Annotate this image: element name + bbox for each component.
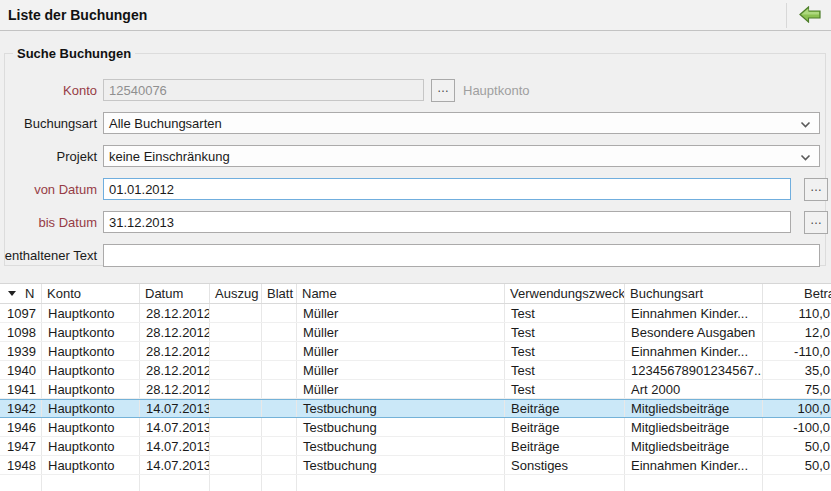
cell-verwendungszweck: Test — [505, 380, 625, 398]
cell-konto: Hauptkonto — [42, 456, 140, 474]
cell-nr: 1946 — [0, 418, 42, 436]
cell-auszug — [210, 323, 262, 341]
bis-datum-browse-button[interactable]: … — [804, 211, 828, 234]
cell-konto: Hauptkonto — [42, 380, 140, 398]
cell-datum: 14.07.2013 — [140, 437, 210, 455]
cell-betrag: 35,0 — [763, 361, 831, 379]
cell-blatt — [262, 342, 297, 360]
cell-betrag: 100,0 — [763, 400, 831, 417]
table-body: 1097Hauptkonto28.12.2012MüllerTestEinnah… — [0, 304, 831, 491]
buchungsart-selected-value: Alle Buchungsarten — [109, 116, 222, 131]
cell-nr: 1941 — [0, 380, 42, 398]
cell-name: Testbuchung — [297, 456, 505, 474]
table-row[interactable]: 1948Hauptkonto14.07.2013TestbuchungSonst… — [0, 456, 831, 475]
bookings-window: Liste der Buchungen Suche Buchungen Kont… — [0, 0, 831, 491]
cell-verwendungszweck: Test — [505, 304, 625, 322]
column-header-label: Name — [302, 286, 337, 301]
enthaltener-text-input[interactable] — [103, 244, 820, 267]
table-row[interactable]: 1939Hauptkonto28.12.2012MüllerTestEinnah… — [0, 342, 831, 361]
cell-blatt — [262, 418, 297, 436]
cell-konto: Hauptkonto — [42, 437, 140, 455]
empty-cell — [625, 475, 763, 491]
cell-buchungsart: Mitgliedsbeiträge — [625, 400, 763, 417]
cell-verwendungszweck: Test — [505, 323, 625, 341]
column-header-buchungsart[interactable]: Buchungsart — [625, 284, 763, 303]
cell-verwendungszweck: Beiträge — [505, 400, 625, 417]
cell-nr: 1098 — [0, 323, 42, 341]
cell-datum: 28.12.2012 — [140, 361, 210, 379]
cell-betrag: 12,0 — [763, 323, 831, 341]
cell-konto: Hauptkonto — [42, 400, 140, 417]
von-datum-label: von Datum — [0, 182, 97, 197]
empty-cell — [140, 475, 210, 491]
projekt-label: Projekt — [0, 149, 97, 164]
empty-cell — [505, 475, 625, 491]
back-button[interactable] — [795, 4, 825, 27]
column-header-auszug[interactable]: Auszug — [210, 284, 262, 303]
empty-cell — [763, 475, 831, 491]
cell-datum: 28.12.2012 — [140, 304, 210, 322]
empty-cell — [262, 475, 297, 491]
column-header-datum[interactable]: Datum — [140, 284, 210, 303]
cell-datum: 28.12.2012 — [140, 342, 210, 360]
column-header-label: N — [25, 286, 34, 301]
table-row[interactable]: 1940Hauptkonto28.12.2012MüllerTest123456… — [0, 361, 831, 380]
von-datum-input[interactable] — [103, 178, 791, 200]
konto-input[interactable] — [103, 79, 424, 101]
cell-name: Testbuchung — [297, 437, 505, 455]
table-row[interactable]: 1942Hauptkonto14.07.2013TestbuchungBeitr… — [0, 399, 831, 418]
bis-datum-label: bis Datum — [0, 215, 97, 230]
cell-name: Müller — [297, 380, 505, 398]
cell-konto: Hauptkonto — [42, 342, 140, 360]
column-header-name[interactable]: Name — [297, 284, 505, 303]
cell-name: Müller — [297, 323, 505, 341]
cell-datum: 28.12.2012 — [140, 380, 210, 398]
cell-auszug — [210, 304, 262, 322]
cell-betrag: 75,0 — [763, 380, 831, 398]
cell-buchungsart: Einnahmen Kinder... — [625, 304, 763, 322]
cell-verwendungszweck: Sonstiges — [505, 456, 625, 474]
konto-suffix-label: Hauptkonto — [463, 83, 530, 98]
cell-nr: 1940 — [0, 361, 42, 379]
column-header-label: Datum — [145, 286, 183, 301]
chevron-down-icon — [800, 116, 811, 131]
cell-betrag: 110,0 — [763, 304, 831, 322]
cell-verwendungszweck: Beiträge — [505, 437, 625, 455]
buchungsart-label: Buchungsart — [0, 116, 97, 131]
projekt-selected-value: keine Einschränkung — [109, 149, 230, 164]
cell-blatt — [262, 456, 297, 474]
bis-datum-input[interactable] — [103, 211, 791, 233]
table-row[interactable]: 1098Hauptkonto28.12.2012MüllerTestBesond… — [0, 323, 831, 342]
von-datum-browse-button[interactable]: … — [804, 178, 828, 201]
cell-name: Müller — [297, 361, 505, 379]
cell-name: Testbuchung — [297, 418, 505, 436]
column-header-verwendungszweck[interactable]: Verwendungszweck — [505, 284, 625, 303]
cell-auszug — [210, 456, 262, 474]
buchungsart-select[interactable]: Alle Buchungsarten — [103, 112, 820, 134]
column-header-nr[interactable]: N — [0, 284, 42, 303]
cell-blatt — [262, 361, 297, 379]
table-row[interactable]: 1946Hauptkonto14.07.2013TestbuchungBeitr… — [0, 418, 831, 437]
cell-verwendungszweck: Test — [505, 361, 625, 379]
cell-blatt — [262, 437, 297, 455]
cell-datum: 14.07.2013 — [140, 400, 210, 417]
table-row[interactable]: 1947Hauptkonto14.07.2013TestbuchungBeitr… — [0, 437, 831, 456]
column-header-betrag[interactable]: Betrag — [763, 284, 831, 303]
cell-blatt — [262, 400, 297, 417]
column-header-label: Blatt — [267, 286, 293, 301]
table-row[interactable]: 1097Hauptkonto28.12.2012MüllerTestEinnah… — [0, 304, 831, 323]
konto-browse-button[interactable]: … — [431, 79, 455, 102]
cell-betrag: -110,0 — [763, 342, 831, 360]
cell-name: Müller — [297, 342, 505, 360]
cell-verwendungszweck: Beiträge — [505, 418, 625, 436]
column-header-blatt[interactable]: Blatt — [262, 284, 297, 303]
cell-auszug — [210, 418, 262, 436]
cell-buchungsart: Art 2000 — [625, 380, 763, 398]
cell-verwendungszweck: Test — [505, 342, 625, 360]
cell-konto: Hauptkonto — [42, 418, 140, 436]
column-header-label: Konto — [47, 286, 81, 301]
table-row[interactable]: 1941Hauptkonto28.12.2012MüllerTestArt 20… — [0, 380, 831, 399]
column-header-konto[interactable]: Konto — [42, 284, 140, 303]
empty-cell — [297, 475, 505, 491]
projekt-select[interactable]: keine Einschränkung — [103, 145, 820, 167]
